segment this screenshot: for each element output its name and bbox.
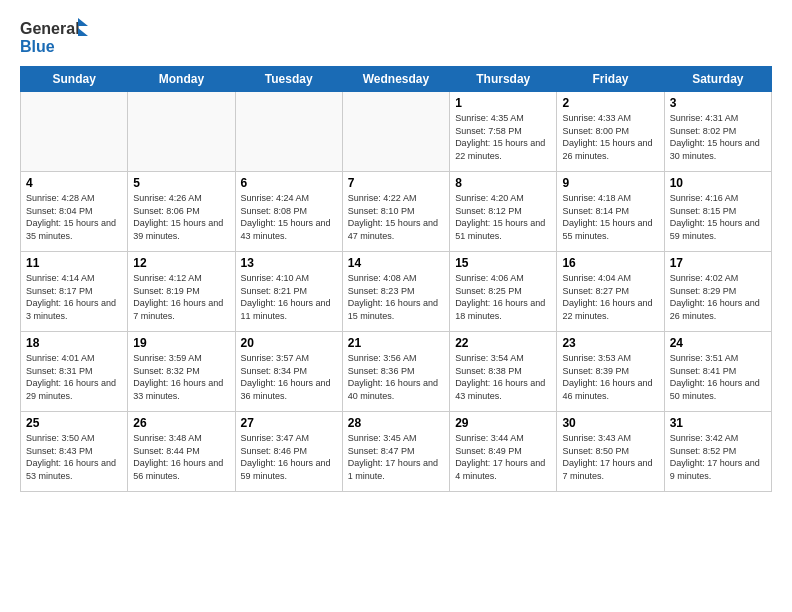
calendar-cell: 18Sunrise: 4:01 AM Sunset: 8:31 PM Dayli… <box>21 332 128 412</box>
day-info: Sunrise: 4:22 AM Sunset: 8:10 PM Dayligh… <box>348 192 444 242</box>
calendar-cell: 26Sunrise: 3:48 AM Sunset: 8:44 PM Dayli… <box>128 412 235 492</box>
header: GeneralBlue <box>20 16 772 56</box>
calendar-cell: 27Sunrise: 3:47 AM Sunset: 8:46 PM Dayli… <box>235 412 342 492</box>
day-number: 13 <box>241 256 337 270</box>
logo-svg: GeneralBlue <box>20 16 90 56</box>
weekday-header: Sunday <box>21 67 128 92</box>
svg-marker-2 <box>78 18 88 26</box>
day-number: 21 <box>348 336 444 350</box>
day-number: 1 <box>455 96 551 110</box>
day-number: 2 <box>562 96 658 110</box>
calendar-cell: 14Sunrise: 4:08 AM Sunset: 8:23 PM Dayli… <box>342 252 449 332</box>
calendar-cell: 3Sunrise: 4:31 AM Sunset: 8:02 PM Daylig… <box>664 92 771 172</box>
day-info: Sunrise: 3:43 AM Sunset: 8:50 PM Dayligh… <box>562 432 658 482</box>
calendar-table: SundayMondayTuesdayWednesdayThursdayFrid… <box>20 66 772 492</box>
day-number: 14 <box>348 256 444 270</box>
day-info: Sunrise: 3:42 AM Sunset: 8:52 PM Dayligh… <box>670 432 766 482</box>
day-info: Sunrise: 4:12 AM Sunset: 8:19 PM Dayligh… <box>133 272 229 322</box>
day-info: Sunrise: 4:02 AM Sunset: 8:29 PM Dayligh… <box>670 272 766 322</box>
weekday-header: Thursday <box>450 67 557 92</box>
day-info: Sunrise: 4:10 AM Sunset: 8:21 PM Dayligh… <box>241 272 337 322</box>
calendar-cell: 16Sunrise: 4:04 AM Sunset: 8:27 PM Dayli… <box>557 252 664 332</box>
day-number: 10 <box>670 176 766 190</box>
day-info: Sunrise: 3:50 AM Sunset: 8:43 PM Dayligh… <box>26 432 122 482</box>
calendar-cell: 11Sunrise: 4:14 AM Sunset: 8:17 PM Dayli… <box>21 252 128 332</box>
day-number: 25 <box>26 416 122 430</box>
day-number: 5 <box>133 176 229 190</box>
day-number: 26 <box>133 416 229 430</box>
day-number: 28 <box>348 416 444 430</box>
day-number: 16 <box>562 256 658 270</box>
weekday-header: Friday <box>557 67 664 92</box>
day-number: 9 <box>562 176 658 190</box>
calendar-cell: 5Sunrise: 4:26 AM Sunset: 8:06 PM Daylig… <box>128 172 235 252</box>
day-number: 12 <box>133 256 229 270</box>
day-info: Sunrise: 3:54 AM Sunset: 8:38 PM Dayligh… <box>455 352 551 402</box>
day-info: Sunrise: 3:45 AM Sunset: 8:47 PM Dayligh… <box>348 432 444 482</box>
calendar-cell: 20Sunrise: 3:57 AM Sunset: 8:34 PM Dayli… <box>235 332 342 412</box>
page: GeneralBlue SundayMondayTuesdayWednesday… <box>0 0 792 612</box>
calendar-cell: 22Sunrise: 3:54 AM Sunset: 8:38 PM Dayli… <box>450 332 557 412</box>
week-row: 25Sunrise: 3:50 AM Sunset: 8:43 PM Dayli… <box>21 412 772 492</box>
calendar-cell: 31Sunrise: 3:42 AM Sunset: 8:52 PM Dayli… <box>664 412 771 492</box>
day-number: 18 <box>26 336 122 350</box>
week-row: 4Sunrise: 4:28 AM Sunset: 8:04 PM Daylig… <box>21 172 772 252</box>
calendar-cell: 30Sunrise: 3:43 AM Sunset: 8:50 PM Dayli… <box>557 412 664 492</box>
calendar-cell <box>21 92 128 172</box>
day-number: 4 <box>26 176 122 190</box>
day-info: Sunrise: 3:48 AM Sunset: 8:44 PM Dayligh… <box>133 432 229 482</box>
day-number: 8 <box>455 176 551 190</box>
day-info: Sunrise: 4:24 AM Sunset: 8:08 PM Dayligh… <box>241 192 337 242</box>
weekday-header: Monday <box>128 67 235 92</box>
calendar-cell: 4Sunrise: 4:28 AM Sunset: 8:04 PM Daylig… <box>21 172 128 252</box>
svg-text:General: General <box>20 20 80 37</box>
day-info: Sunrise: 4:20 AM Sunset: 8:12 PM Dayligh… <box>455 192 551 242</box>
calendar-cell: 8Sunrise: 4:20 AM Sunset: 8:12 PM Daylig… <box>450 172 557 252</box>
day-info: Sunrise: 3:51 AM Sunset: 8:41 PM Dayligh… <box>670 352 766 402</box>
calendar-cell: 13Sunrise: 4:10 AM Sunset: 8:21 PM Dayli… <box>235 252 342 332</box>
day-info: Sunrise: 3:47 AM Sunset: 8:46 PM Dayligh… <box>241 432 337 482</box>
day-number: 11 <box>26 256 122 270</box>
weekday-header-row: SundayMondayTuesdayWednesdayThursdayFrid… <box>21 67 772 92</box>
calendar-cell: 6Sunrise: 4:24 AM Sunset: 8:08 PM Daylig… <box>235 172 342 252</box>
day-number: 30 <box>562 416 658 430</box>
calendar-cell: 7Sunrise: 4:22 AM Sunset: 8:10 PM Daylig… <box>342 172 449 252</box>
day-number: 24 <box>670 336 766 350</box>
day-info: Sunrise: 4:33 AM Sunset: 8:00 PM Dayligh… <box>562 112 658 162</box>
day-number: 19 <box>133 336 229 350</box>
day-info: Sunrise: 4:31 AM Sunset: 8:02 PM Dayligh… <box>670 112 766 162</box>
day-info: Sunrise: 3:56 AM Sunset: 8:36 PM Dayligh… <box>348 352 444 402</box>
calendar-cell: 21Sunrise: 3:56 AM Sunset: 8:36 PM Dayli… <box>342 332 449 412</box>
day-info: Sunrise: 4:06 AM Sunset: 8:25 PM Dayligh… <box>455 272 551 322</box>
calendar-cell: 9Sunrise: 4:18 AM Sunset: 8:14 PM Daylig… <box>557 172 664 252</box>
day-info: Sunrise: 4:01 AM Sunset: 8:31 PM Dayligh… <box>26 352 122 402</box>
day-info: Sunrise: 4:04 AM Sunset: 8:27 PM Dayligh… <box>562 272 658 322</box>
day-number: 27 <box>241 416 337 430</box>
day-number: 3 <box>670 96 766 110</box>
calendar-cell: 17Sunrise: 4:02 AM Sunset: 8:29 PM Dayli… <box>664 252 771 332</box>
day-number: 20 <box>241 336 337 350</box>
day-info: Sunrise: 4:26 AM Sunset: 8:06 PM Dayligh… <box>133 192 229 242</box>
calendar-cell <box>128 92 235 172</box>
calendar-cell: 23Sunrise: 3:53 AM Sunset: 8:39 PM Dayli… <box>557 332 664 412</box>
day-number: 6 <box>241 176 337 190</box>
day-info: Sunrise: 4:28 AM Sunset: 8:04 PM Dayligh… <box>26 192 122 242</box>
svg-text:Blue: Blue <box>20 38 55 55</box>
calendar-cell: 19Sunrise: 3:59 AM Sunset: 8:32 PM Dayli… <box>128 332 235 412</box>
day-number: 31 <box>670 416 766 430</box>
calendar-cell: 24Sunrise: 3:51 AM Sunset: 8:41 PM Dayli… <box>664 332 771 412</box>
day-number: 17 <box>670 256 766 270</box>
calendar-cell: 15Sunrise: 4:06 AM Sunset: 8:25 PM Dayli… <box>450 252 557 332</box>
day-info: Sunrise: 4:08 AM Sunset: 8:23 PM Dayligh… <box>348 272 444 322</box>
calendar-cell: 10Sunrise: 4:16 AM Sunset: 8:15 PM Dayli… <box>664 172 771 252</box>
week-row: 11Sunrise: 4:14 AM Sunset: 8:17 PM Dayli… <box>21 252 772 332</box>
day-number: 23 <box>562 336 658 350</box>
calendar-cell: 2Sunrise: 4:33 AM Sunset: 8:00 PM Daylig… <box>557 92 664 172</box>
week-row: 18Sunrise: 4:01 AM Sunset: 8:31 PM Dayli… <box>21 332 772 412</box>
day-info: Sunrise: 3:59 AM Sunset: 8:32 PM Dayligh… <box>133 352 229 402</box>
day-info: Sunrise: 4:14 AM Sunset: 8:17 PM Dayligh… <box>26 272 122 322</box>
calendar-cell <box>235 92 342 172</box>
day-number: 7 <box>348 176 444 190</box>
weekday-header: Tuesday <box>235 67 342 92</box>
day-info: Sunrise: 3:44 AM Sunset: 8:49 PM Dayligh… <box>455 432 551 482</box>
